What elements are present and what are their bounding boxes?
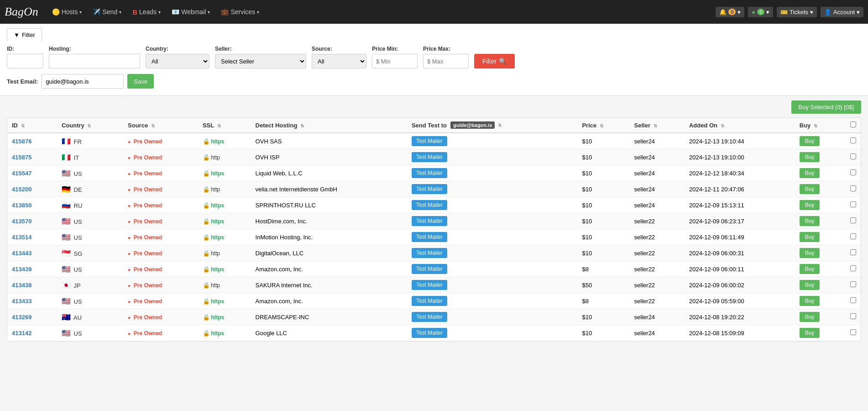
filter-seller-select[interactable]: Select Seller seller22 seller24 [215,54,306,68]
buy-button-415547[interactable]: Buy [800,168,820,178]
buy-button-413433[interactable]: Buy [800,296,820,306]
nav-hosts[interactable]: 🟡 Hosts ▾ [47,5,87,18]
buy-button-413438[interactable]: Buy [800,280,820,290]
test-mailer-button-415200[interactable]: Test Mailer [412,184,447,194]
cell-country-413514: 🇺🇸 US [57,229,123,245]
test-mailer-button-415547[interactable]: Test Mailer [412,168,447,178]
row-checkbox-413142[interactable] [850,329,856,335]
country-code-413433: US [74,298,82,305]
row-checkbox-413570[interactable] [850,217,856,223]
country-code-415547: US [74,170,82,177]
test-mailer-button-413438[interactable]: Test Mailer [412,280,447,290]
buy-button-413439[interactable]: Buy [800,264,820,274]
credits-badge[interactable]: ● 0 ▾ [748,7,773,17]
col-id-header[interactable]: ID ⇅ [7,118,57,133]
filter-hosting-input[interactable] [49,54,140,68]
buy-selected-button[interactable]: Buy Selected (0) [0$] [791,100,861,114]
col-source-header[interactable]: Source ⇅ [123,118,198,133]
test-mailer-button-413439[interactable]: Test Mailer [412,264,447,274]
table-row: 413850 🇷🇺 RU ● Pre Owned 🔒https SPRINTHO… [7,197,861,213]
col-send-test-header[interactable]: Send Test to guide@bagon.is ⇅ [407,118,577,133]
nav-leads[interactable]: B Leads ▾ [128,5,165,19]
row-checkbox-415547[interactable] [850,169,856,175]
row-checkbox-415875[interactable] [850,153,856,159]
col-select-all-header[interactable] [846,118,861,133]
table-container: ID ⇅ Country ⇅ Source ⇅ SSL ⇅ [7,117,861,342]
send-test-email-badge: guide@bagon.is [450,121,495,129]
filter-source-select[interactable]: All Pre Owned New [312,54,366,68]
test-mailer-button-413269[interactable]: Test Mailer [412,312,447,322]
col-ssl-header[interactable]: SSL ⇅ [198,118,251,133]
filter-pricemin-input[interactable] [372,54,418,68]
buy-button-413850[interactable]: Buy [800,200,820,210]
filter-pricemax-input[interactable] [423,54,469,68]
buy-button-413443[interactable]: Buy [800,248,820,258]
test-mailer-button-415875[interactable]: Test Mailer [412,152,447,162]
row-checkbox-413850[interactable] [850,201,856,207]
filter-button[interactable]: Filter 🔍 [474,54,515,68]
col-added-on-header[interactable]: Added On ⇅ [685,118,795,133]
buy-button-415875[interactable]: Buy [800,152,820,162]
col-country-header[interactable]: Country ⇅ [57,118,123,133]
cell-source-413142: ● Pre Owned [123,325,198,341]
filter-icon: ▼ [14,32,20,38]
account-button[interactable]: 👤 Account ▾ [821,7,863,17]
cell-country-413438: 🇯🇵 JP [57,277,123,293]
filter-id-input[interactable] [7,54,43,68]
col-detect-hosting-header[interactable]: Detect Hosting ⇅ [251,118,407,133]
filter-tab[interactable]: ▼ Filter [7,28,42,41]
filter-country-select[interactable]: All US FR IT DE RU SG JP AU [146,54,209,68]
navbar-right: 🔔 0 ▾ ● 0 ▾ 🎫 Tickets ▾ 👤 Account ▾ [716,7,863,17]
buy-button-415200[interactable]: Buy [800,184,820,194]
row-checkbox-415200[interactable] [850,185,856,191]
nav-webmail[interactable]: 📧 Webmail ▾ [167,5,214,18]
col-buy-header[interactable]: Buy ⇅ [795,118,846,133]
cell-ssl-415200: 🔒http [198,181,251,197]
col-seller-header[interactable]: Seller ⇅ [630,118,685,133]
buy-button-413570[interactable]: Buy [800,216,820,226]
row-checkbox-413433[interactable] [850,297,856,303]
cell-send-test-413570: Test Mailer [407,213,577,229]
cell-ssl-413269: 🔒https [198,309,251,325]
cell-hosting-413439: Amazon.com, Inc. [251,261,407,277]
brand-logo[interactable]: BagOn [5,5,38,19]
cell-send-test-413850: Test Mailer [407,197,577,213]
cell-seller-415875: seller24 [630,149,685,165]
row-checkbox-413269[interactable] [850,313,856,319]
nav-services[interactable]: 💼 Services ▾ [216,5,264,18]
sort-icon-ssl: ⇅ [217,123,221,128]
buy-button-413514[interactable]: Buy [800,232,820,242]
select-all-checkbox[interactable] [850,121,856,127]
tickets-button[interactable]: 🎫 Tickets ▾ [777,7,817,17]
row-checkbox-413443[interactable] [850,249,856,255]
test-mailer-button-413433[interactable]: Test Mailer [412,296,447,306]
test-email-input[interactable] [42,74,124,89]
buy-button-413142[interactable]: Buy [800,328,820,338]
cell-added-on-413439: 2024-12-09 06:00:11 [685,261,795,277]
buy-button-415876[interactable]: Buy [800,136,820,146]
table-row: 413439 🇺🇸 US ● Pre Owned 🔒https Amazon.c… [7,261,861,277]
hosts-caret: ▾ [79,10,82,15]
flag-413570: 🇺🇸 [62,217,71,225]
cell-buy-413438: Buy [795,277,846,293]
test-mailer-button-413514[interactable]: Test Mailer [412,232,447,242]
cell-checkbox-413269 [846,309,861,325]
col-price-header[interactable]: Price ⇅ [577,118,629,133]
buy-button-413269[interactable]: Buy [800,312,820,322]
row-checkbox-413514[interactable] [850,233,856,239]
row-checkbox-413438[interactable] [850,281,856,287]
row-checkbox-415876[interactable] [850,137,856,143]
test-mailer-button-413443[interactable]: Test Mailer [412,248,447,258]
row-checkbox-413439[interactable] [850,265,856,271]
test-mailer-button-413570[interactable]: Test Mailer [412,216,447,226]
test-mailer-button-413142[interactable]: Test Mailer [412,328,447,338]
cell-send-test-413142: Test Mailer [407,325,577,341]
cell-hosting-413850: SPRINTHOST.RU LLC [251,197,407,213]
nav-send[interactable]: ✈️ Send ▾ [88,5,126,18]
save-button[interactable]: Save [127,74,154,89]
test-mailer-button-415876[interactable]: Test Mailer [412,136,447,146]
notifications-badge[interactable]: 🔔 0 ▾ [716,7,744,17]
test-mailer-button-413850[interactable]: Test Mailer [412,200,447,210]
sort-icon-id: ⇅ [21,123,25,128]
cell-seller-413142: seller24 [630,325,685,341]
